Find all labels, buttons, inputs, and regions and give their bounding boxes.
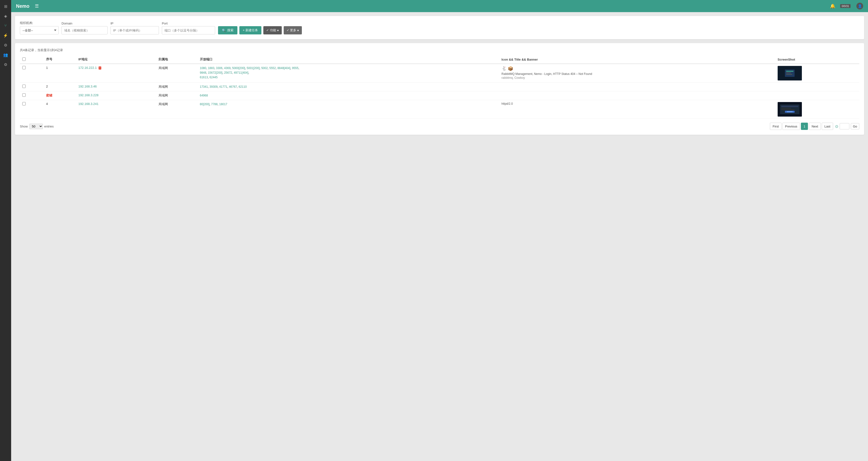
port-link[interactable]: 25672: [224, 71, 232, 75]
ip-link[interactable]: 192.168.3.241: [78, 102, 98, 106]
goto-button[interactable]: Go: [851, 123, 859, 129]
banner-title: httpd/2.0: [501, 102, 773, 106]
port-link[interactable]: 64968: [200, 94, 208, 97]
row-ip: 192.168.3.228: [76, 91, 156, 100]
domain-input[interactable]: [62, 26, 107, 34]
port-link[interactable]: 4369: [224, 66, 230, 70]
footer-right: First Previous 1 Next Last ⊙ Go: [770, 123, 859, 130]
screenshot-image[interactable]: [778, 66, 802, 81]
svg-rect-11: [787, 111, 793, 112]
ip-link[interactable]: 172.16.222.1: [78, 66, 97, 69]
main-wrap: Nemo ☰ 🔔 0/0/31 👤 组织机构 --全部-- Domain: [11, 0, 868, 461]
svg-rect-3: [786, 73, 791, 73]
sidebar-icon-network[interactable]: ⑂: [1, 21, 10, 30]
svg-rect-4: [786, 74, 792, 75]
sidebar-icon-tags[interactable]: ◈: [1, 11, 10, 20]
new-task-button[interactable]: + 新建任务: [239, 26, 261, 34]
goto-input[interactable]: [840, 123, 849, 129]
first-page-button[interactable]: First: [770, 123, 781, 130]
app-brand: Nemo: [16, 3, 30, 9]
last-page-button[interactable]: Last: [822, 123, 833, 130]
row-location: 局域网: [156, 100, 197, 119]
port-link[interactable]: 5002: [261, 66, 268, 70]
table-row: 蜜罐 192.168.3.228 局域网 64968: [20, 91, 859, 100]
port-link[interactable]: 80[200]: [200, 103, 210, 106]
port-link[interactable]: 5000[200]: [232, 66, 245, 70]
select-all-checkbox[interactable]: [22, 57, 26, 61]
sidebar-icon-bolt[interactable]: ⚡: [1, 31, 10, 40]
row-checkbox[interactable]: [22, 66, 26, 69]
user-avatar[interactable]: 👤: [856, 3, 863, 9]
ip-link[interactable]: 192.168.3.228: [78, 93, 98, 97]
sidebar-icon-cog[interactable]: ⚙: [1, 41, 10, 50]
port-link[interactable]: 49711[404]: [234, 71, 248, 75]
port-link[interactable]: 17341: [200, 85, 208, 88]
screenshot-svg: [778, 102, 802, 117]
col-location: 归属地: [156, 55, 197, 64]
port-link[interactable]: 3306: [216, 66, 223, 70]
port-link[interactable]: 61613: [200, 76, 208, 79]
port-link[interactable]: 8848[404]: [277, 66, 290, 70]
new-task-label: + 新建任务: [243, 28, 258, 32]
more-chevron-icon: ▾: [297, 29, 299, 32]
col-id: 序号: [43, 55, 76, 64]
table-header-row: 序号 IP地址 归属地 开放端口 Icon && Title && Banner…: [20, 55, 859, 64]
row-id: 4: [43, 100, 76, 119]
show-entries: Show 50 25 100 entries: [20, 124, 54, 129]
row-location: 局域网: [156, 91, 197, 100]
port-link[interactable]: 9555: [292, 66, 299, 70]
row-checkbox[interactable]: [22, 102, 26, 106]
bell-icon[interactable]: 🔔: [830, 3, 835, 9]
sidebar-icon-settings[interactable]: ⚙: [1, 60, 10, 69]
more-button[interactable]: ✓ 更多 ▾: [284, 26, 302, 34]
sidebar-icon-users[interactable]: 👥: [1, 50, 10, 59]
port-link[interactable]: 9848: [200, 71, 207, 75]
col-checkbox: [20, 55, 43, 64]
search-button[interactable]: 🔍 搜索: [218, 26, 238, 34]
current-page-button[interactable]: 1: [801, 123, 808, 130]
ip-input[interactable]: [111, 26, 159, 34]
port-link[interactable]: 46767: [229, 85, 237, 88]
ip-filter-group: IP: [111, 22, 159, 34]
icon-row: 🐇 📦: [501, 66, 773, 71]
sidebar-icon-dashboard[interactable]: ⊞: [1, 2, 10, 11]
port-link[interactable]: 1080: [200, 66, 207, 70]
ip-link[interactable]: 192.168.3.46: [78, 85, 97, 88]
menu-icon[interactable]: ☰: [35, 3, 39, 9]
func-chevron-icon: ▾: [277, 29, 279, 32]
svg-rect-2: [786, 71, 794, 72]
port-link[interactable]: 62445: [210, 76, 218, 79]
screenshot-image[interactable]: [778, 102, 802, 117]
row-checkbox-cell: [20, 64, 43, 83]
per-page-select[interactable]: 50 25 100: [29, 124, 43, 129]
row-id: 蜜罐: [43, 91, 76, 100]
col-ip: IP地址: [76, 55, 156, 64]
port-link[interactable]: 7788: [211, 103, 218, 106]
org-label: 组织机构: [20, 21, 59, 25]
port-link[interactable]: 5001[200]: [247, 66, 259, 70]
content-area: 组织机构 --全部-- Domain IP Port: [11, 12, 868, 461]
entries-label: entries: [44, 124, 54, 128]
row-screenshot: [775, 100, 859, 119]
port-link[interactable]: 5552: [269, 66, 276, 70]
port-input[interactable]: [162, 26, 215, 34]
port-link[interactable]: 62110: [239, 85, 247, 88]
data-table: 序号 IP地址 归属地 开放端口 Icon && Title && Banner…: [20, 55, 859, 119]
func-button[interactable]: ✓ 功能 ▾: [263, 26, 282, 34]
row-banner: 🐇 📦 RabbitMQ Management, Nemo - Login, H…: [499, 64, 775, 83]
prev-page-button[interactable]: Previous: [782, 123, 800, 130]
port-link[interactable]: 1883: [208, 66, 214, 70]
org-select[interactable]: --全部--: [20, 26, 59, 34]
row-ports: 17341, 39309, 41771, 46767, 62110: [197, 83, 499, 91]
domain-filter-group: Domain: [62, 22, 107, 34]
banner-tags: rabbitmq, Cowboy: [501, 76, 773, 80]
row-checkbox[interactable]: [22, 85, 26, 88]
next-page-button[interactable]: Next: [809, 123, 821, 130]
port-link[interactable]: 41771: [219, 85, 227, 88]
col-banner: Icon && Title && Banner: [499, 55, 775, 64]
port-link[interactable]: 15672[200]: [208, 71, 222, 75]
port-link[interactable]: 39309: [210, 85, 218, 88]
port-filter-group: Port: [162, 22, 215, 34]
row-checkbox[interactable]: [22, 93, 26, 97]
port-link[interactable]: 18017: [219, 103, 227, 106]
